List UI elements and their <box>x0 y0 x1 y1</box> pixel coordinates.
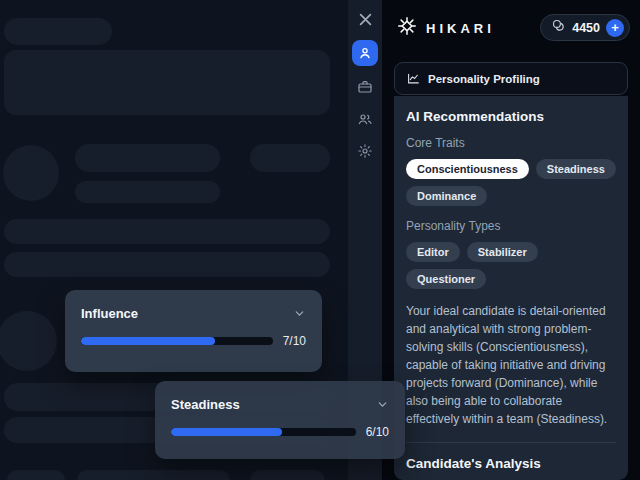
section-title-ai-recommendations: AI Recommendations <box>406 109 616 124</box>
app-window: HIKARI 4450 + Personality Profiling AI R… <box>0 0 640 480</box>
core-traits-chips: Conscientiousness Steadiness Dominance <box>406 159 616 206</box>
brand-logo: HIKARI <box>396 15 495 41</box>
progress-track <box>171 428 356 436</box>
influence-card[interactable]: Influence 7/10 <box>65 290 322 372</box>
skeleton-avatar <box>3 145 59 201</box>
skeleton-block <box>77 470 230 480</box>
chip-conscientiousness[interactable]: Conscientiousness <box>406 159 529 179</box>
skeleton-block <box>75 144 220 172</box>
ai-description: Your ideal candidate is detail-oriented … <box>406 302 616 428</box>
progress-track <box>81 337 273 345</box>
skeleton-block <box>7 470 65 480</box>
steadiness-card[interactable]: Steadiness 6/10 <box>155 381 405 459</box>
tab-personality-profiling[interactable]: Personality Profiling <box>394 62 628 95</box>
brand-name: HIKARI <box>426 21 495 36</box>
tab-label: Personality Profiling <box>428 73 540 85</box>
chip-dominance[interactable]: Dominance <box>406 186 487 206</box>
hikari-sunburst-icon <box>396 15 418 41</box>
coins-icon <box>551 18 566 37</box>
progress-fill <box>171 428 282 436</box>
progress-fill <box>81 337 215 345</box>
skeleton-block <box>250 470 325 480</box>
chip-editor[interactable]: Editor <box>406 242 460 262</box>
chevron-down-icon[interactable] <box>293 307 306 320</box>
profiling-card: AI Recommendations Core Traits Conscient… <box>394 96 628 480</box>
credits-amount: 4450 <box>572 21 600 35</box>
steadiness-header[interactable]: Steadiness <box>171 397 389 412</box>
skeleton-block <box>75 181 220 203</box>
chip-questioner[interactable]: Questioner <box>406 269 486 289</box>
credits-badge[interactable]: 4450 + <box>540 14 630 41</box>
team-icon[interactable] <box>354 108 376 130</box>
skeleton-avatar <box>0 311 57 371</box>
skeleton-block <box>4 50 330 115</box>
line-chart-icon <box>407 72 420 85</box>
skeleton-block <box>4 252 330 277</box>
influence-progress-row: 7/10 <box>81 334 306 348</box>
trait-name: Influence <box>81 306 138 321</box>
personality-types-label: Personality Types <box>406 219 616 233</box>
progress-score: 7/10 <box>283 334 306 348</box>
steadiness-progress-row: 6/10 <box>171 425 389 439</box>
personality-types-chips: Editor Stabilizer Questioner <box>406 242 616 289</box>
section-title-candidate-analysis: Candidate's Analysis <box>406 456 616 471</box>
divider <box>406 442 616 443</box>
influence-header[interactable]: Influence <box>81 306 306 321</box>
chevron-down-icon[interactable] <box>376 398 389 411</box>
trait-name: Steadiness <box>171 397 240 412</box>
skeleton-block <box>250 144 330 172</box>
briefcase-icon[interactable] <box>354 76 376 98</box>
skeleton-block <box>4 18 112 45</box>
skeleton-block <box>4 219 330 244</box>
settings-gear-icon[interactable] <box>354 140 376 162</box>
core-traits-label: Core Traits <box>406 136 616 150</box>
add-credits-button[interactable]: + <box>606 19 624 37</box>
chip-stabilizer[interactable]: Stabilizer <box>467 242 538 262</box>
chip-steadiness[interactable]: Steadiness <box>536 159 616 179</box>
close-icon[interactable] <box>354 8 376 30</box>
profile-tab-button[interactable] <box>352 40 378 66</box>
progress-score: 6/10 <box>366 425 389 439</box>
personality-panel: HIKARI 4450 + Personality Profiling AI R… <box>382 0 640 480</box>
